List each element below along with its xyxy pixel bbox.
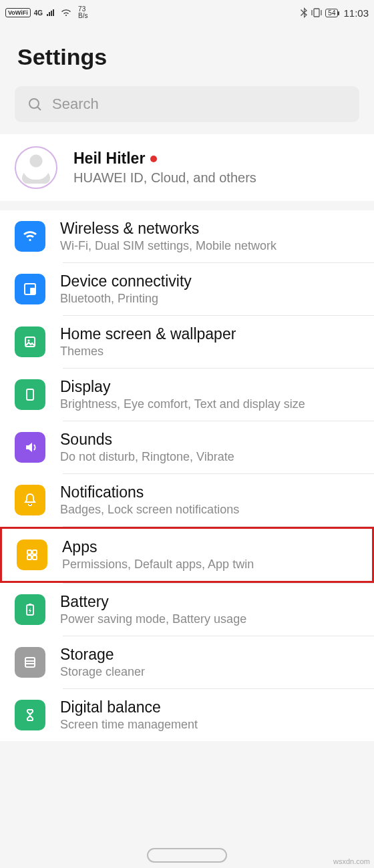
settings-item-sounds[interactable]: SoundsDo not disturb, Ringtone, Vibrate [0, 421, 374, 473]
display-icon [15, 379, 45, 410]
settings-item-home[interactable]: Home screen & wallpaperThemes [0, 316, 374, 368]
item-sub: Brightness, Eye comfort, Text and displa… [60, 397, 363, 411]
item-sub: Storage cleaner [60, 665, 363, 679]
settings-list: Wireless & networksWi-Fi, Dual SIM setti… [0, 210, 374, 741]
wifi-icon [15, 221, 45, 252]
avatar [15, 146, 57, 189]
item-sub: Wi-Fi, Dual SIM settings, Mobile network [60, 239, 363, 253]
vowifi-badge: VoWiFi [5, 8, 31, 17]
notification-dot [150, 156, 157, 162]
search-box[interactable]: Search [15, 86, 359, 122]
settings-item-device[interactable]: Device connectivityBluetooth, Printing [0, 263, 374, 315]
item-title: Wireless & networks [60, 220, 363, 238]
settings-item-battery[interactable]: BatteryPower saving mode, Battery usage [0, 584, 374, 636]
page-header: Settings [0, 25, 374, 86]
svg-rect-6 [27, 389, 33, 400]
item-sub: Power saving mode, Battery usage [60, 612, 363, 626]
profile-row[interactable]: Heil Hitler HUAWEI ID, Cloud, and others [0, 134, 374, 201]
storage-icon [15, 647, 45, 678]
svg-point-1 [29, 99, 39, 108]
item-sub: Badges, Lock screen notifications [60, 503, 363, 517]
profile-sub: HUAWEI ID, Cloud, and others [73, 170, 256, 186]
vibrate-icon [311, 8, 323, 17]
signal-icon [46, 9, 57, 17]
item-sub: Bluetooth, Printing [60, 292, 363, 306]
bluetooth-icon [300, 7, 308, 18]
item-title: Display [60, 378, 363, 396]
item-title: Storage [60, 646, 363, 664]
item-title: Notifications [60, 483, 363, 501]
profile-text: Heil Hitler HUAWEI ID, Cloud, and others [73, 150, 256, 186]
network-gen: 4G [34, 9, 43, 17]
bell-icon [15, 485, 45, 515]
wifi-status-icon [60, 9, 72, 17]
svg-point-5 [28, 340, 30, 342]
nav-pill[interactable] [147, 848, 227, 863]
settings-item-digital[interactable]: Digital balanceScreen time management [0, 689, 374, 741]
svg-rect-10 [33, 556, 37, 560]
watermark: wsxdn.com [333, 857, 370, 865]
svg-rect-8 [33, 550, 37, 554]
svg-rect-9 [27, 556, 31, 560]
item-sub: Do not disturb, Ringtone, Vibrate [60, 450, 363, 464]
item-title: Apps [62, 538, 361, 556]
item-title: Device connectivity [60, 272, 363, 290]
settings-item-wireless[interactable]: Wireless & networksWi-Fi, Dual SIM setti… [0, 210, 374, 262]
apps-icon [17, 539, 47, 570]
net-speed: 73 B/s [78, 6, 87, 19]
wallpaper-icon [15, 327, 45, 357]
hourglass-icon [15, 700, 45, 730]
sound-icon [15, 432, 45, 463]
svg-rect-3 [30, 288, 35, 294]
item-title: Home screen & wallpaper [60, 325, 363, 343]
search-placeholder: Search [52, 95, 99, 113]
device-icon [15, 274, 45, 304]
page-title: Settings [17, 44, 357, 70]
settings-item-display[interactable]: DisplayBrightness, Eye comfort, Text and… [0, 369, 374, 421]
settings-item-storage[interactable]: StorageStorage cleaner [0, 636, 374, 688]
item-title: Sounds [60, 431, 363, 449]
status-left: VoWiFi 4G 73 B/s [5, 6, 88, 19]
svg-rect-13 [25, 658, 35, 667]
battery-indicator: 54 [325, 9, 338, 17]
clock: 11:03 [343, 7, 369, 19]
battery-icon [15, 594, 45, 625]
settings-item-notif[interactable]: NotificationsBadges, Lock screen notific… [0, 474, 374, 526]
search-icon [27, 96, 43, 112]
svg-rect-12 [29, 604, 31, 605]
profile-name: Heil Hitler [73, 150, 145, 168]
svg-rect-7 [27, 550, 31, 554]
status-right: 54 11:03 [300, 7, 369, 19]
status-bar: VoWiFi 4G 73 B/s 54 11:03 [0, 0, 374, 25]
item-title: Digital balance [60, 698, 363, 716]
item-sub: Permissions, Default apps, App twin [62, 558, 361, 572]
item-sub: Themes [60, 345, 363, 359]
svg-rect-0 [314, 9, 319, 17]
settings-item-apps[interactable]: AppsPermissions, Default apps, App twin [0, 527, 374, 583]
item-sub: Screen time management [60, 718, 363, 732]
item-title: Battery [60, 593, 363, 611]
